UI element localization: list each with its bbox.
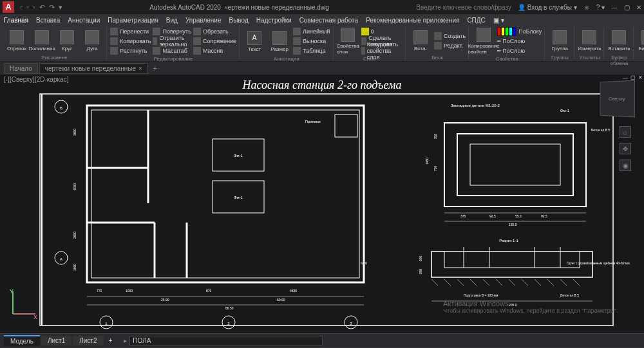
doc-tab[interactable]: чертежи новые переделанные× [39, 63, 148, 74]
scale-button[interactable]: Масштаб [153, 46, 191, 55]
stretch-button[interactable]: Растянуть [110, 46, 151, 55]
group-button[interactable]: Группа [548, 27, 571, 54]
tab-addins[interactable]: Надстройки [256, 17, 292, 24]
color-combo[interactable]: ПоБлоку [497, 27, 542, 36]
model-tab[interactable]: Модель [4, 335, 40, 346]
tab-parametric[interactable]: Параметризация [108, 17, 158, 24]
table-button[interactable]: Таблица [293, 46, 330, 55]
panel-props-label: Свойства [472, 55, 542, 62]
viewport-controls: — ▢ ✕ [623, 75, 643, 80]
linear-button[interactable]: Линейный [293, 27, 330, 36]
start-tab[interactable]: Начало [4, 63, 38, 74]
command-line[interactable]: ▸ [124, 336, 640, 345]
array-button[interactable]: Массив [193, 46, 236, 55]
mirror-button[interactable]: Отразить зеркально [153, 37, 191, 46]
command-input[interactable] [129, 336, 323, 345]
text-button[interactable]: AТекст [243, 28, 266, 55]
tab-spds[interactable]: СПДС [467, 17, 485, 24]
tab-view[interactable]: Вид [166, 17, 178, 24]
tab-annotate[interactable]: Аннотации [68, 17, 100, 24]
qat-open-icon[interactable]: ▫ [26, 3, 29, 12]
create-icon [434, 32, 442, 40]
linear-icon [293, 28, 301, 35]
panel-groups: Группа Группы [545, 27, 574, 60]
qat-save-icon[interactable]: ▫ [33, 3, 35, 12]
exchange-icon[interactable]: ⨳ [583, 4, 590, 11]
edit-block[interactable]: Редакт. [434, 41, 466, 50]
base-view-button[interactable]: Базовый [637, 27, 644, 54]
paste-button[interactable]: Вставить [607, 27, 630, 54]
svg-line-69 [509, 279, 515, 286]
copy-layer-button[interactable]: Копировать свойства слоя [361, 46, 402, 55]
sheet1-tab[interactable]: Лист1 [41, 336, 71, 345]
home-icon[interactable]: ⌂ [620, 126, 631, 138]
app-logo-icon[interactable]: A [3, 1, 14, 13]
insert-block[interactable]: Вста- [409, 27, 432, 54]
viewport-label[interactable]: [-][Сверху][2D-каркас] [4, 76, 68, 83]
vp-close-icon[interactable]: ✕ [638, 75, 643, 80]
lineweight-combo[interactable]: ━ПоСлою [497, 37, 542, 46]
qat-undo-icon[interactable]: ↶ [39, 3, 45, 12]
login-button[interactable]: 👤 Вход в службы ▾ [518, 4, 577, 11]
move-icon [110, 28, 118, 35]
svg-text:Y: Y [10, 288, 14, 295]
svg-text:Закладные детали М1:20-2: Закладные детали М1:20-2 [451, 104, 500, 107]
close-tab-icon[interactable]: × [138, 65, 142, 72]
current-icon [361, 37, 367, 45]
close-icon[interactable]: ✕ [636, 4, 641, 11]
arc-button[interactable]: Дуга [80, 27, 104, 54]
title-bar: A ▫ ▫ ▫ ↶ ↷ ▾ Autodesk AutoCAD 2020 черт… [0, 0, 644, 14]
fillet-button[interactable]: Сопряжение [193, 37, 236, 46]
polyline-button[interactable]: Полилиния [30, 27, 53, 54]
tab-collab[interactable]: Совместная работа [299, 17, 359, 24]
leader-button[interactable]: Выноска [293, 37, 330, 46]
tab-insert[interactable]: Вставка [36, 17, 60, 24]
svg-text:4000: 4000 [73, 183, 77, 190]
circle-button[interactable]: Круг [55, 27, 79, 54]
match-props-button[interactable]: Копирование свойств [472, 28, 495, 55]
sheet2-tab[interactable]: Лист2 [73, 336, 103, 345]
svg-line-73 [560, 279, 567, 286]
svg-text:Б: Б [60, 106, 62, 110]
quick-access-toolbar: ▫ ▫ ▫ ↶ ↷ ▾ [20, 3, 62, 12]
minimize-icon[interactable]: — [611, 4, 618, 11]
tab-featured[interactable]: Рекомендованные приложения [366, 17, 459, 24]
copy-icon [110, 37, 118, 45]
svg-line-68 [496, 279, 502, 286]
search-input[interactable]: Введите ключевое слово/фразу [416, 4, 511, 11]
svg-text:86.50: 86.50 [225, 306, 234, 310]
navbar: ⌂ ✥ ◉ [620, 126, 631, 171]
layer-icon [341, 28, 355, 42]
move-button[interactable]: Перенести [110, 27, 151, 36]
qat-redo-icon[interactable]: ↷ [49, 3, 55, 12]
qat-new-icon[interactable]: ▫ [20, 3, 23, 12]
new-tab-button[interactable]: + [149, 65, 161, 72]
svg-line-67 [483, 279, 489, 286]
tab-main[interactable]: Главная [4, 17, 28, 24]
svg-line-64 [444, 279, 451, 286]
maximize-icon[interactable]: ▢ [624, 4, 630, 11]
vp-min-icon[interactable]: — [623, 75, 628, 80]
help-icon[interactable]: ? ▾ [596, 4, 605, 11]
line-button[interactable]: Отрезок [5, 27, 28, 54]
orbit-icon[interactable]: ◉ [620, 160, 631, 171]
line-icon [10, 30, 24, 44]
trim-button[interactable]: Обрезать [193, 27, 236, 36]
drawing-canvas[interactable]: — ▢ ✕ [-][Сверху][2D-каркас] Сверху ⌂ ✥ … [0, 75, 644, 333]
add-layout-button[interactable]: + [105, 337, 117, 344]
dimension-button[interactable]: Размер [268, 28, 291, 55]
tab-manage[interactable]: Управление [185, 17, 222, 24]
expand-icon[interactable]: ▣ ▾ [493, 17, 504, 24]
pan-icon[interactable]: ✥ [620, 143, 631, 154]
panel-draw-label: Рисование [5, 54, 104, 60]
tab-output[interactable]: Вывод [229, 17, 249, 24]
create-block[interactable]: Создать [434, 32, 466, 41]
view-cube[interactable]: Сверху [600, 80, 635, 118]
layer-props-button[interactable]: Свойства слоя [337, 28, 359, 55]
copy-button[interactable]: Копировать [110, 37, 151, 46]
svg-line-74 [573, 279, 580, 286]
arc-icon [85, 30, 99, 44]
measure-button[interactable]: Измерить [578, 27, 601, 54]
circle-icon [60, 30, 74, 44]
linetype-combo[interactable]: ━ПоСлою [497, 46, 542, 55]
